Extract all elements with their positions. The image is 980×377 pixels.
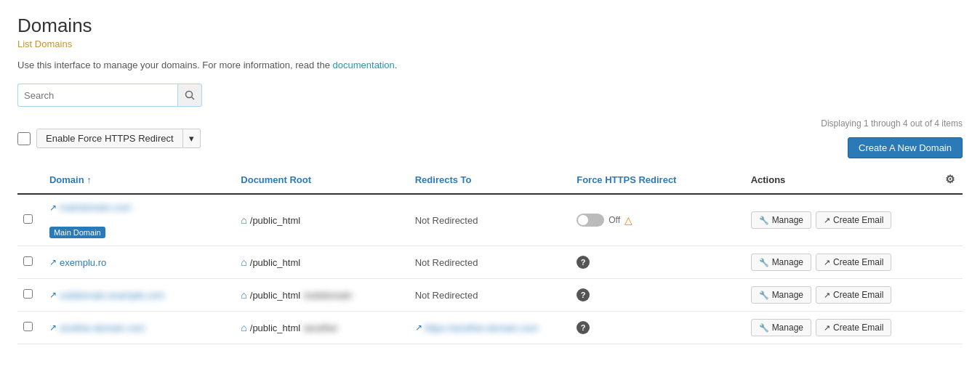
- header-gear[interactable]: ⚙: [936, 166, 963, 194]
- domain-link[interactable]: ↗exemplu.ro: [49, 257, 229, 268]
- gear-icon: ⚙: [945, 173, 955, 185]
- doc-root-text: /public_html: [250, 257, 300, 268]
- wrench-icon: 🔧: [759, 323, 769, 333]
- wrench-icon: 🔧: [759, 216, 769, 225]
- external-link-icon: ↗: [49, 290, 57, 300]
- main-domain-badge: Main Domain: [49, 227, 105, 238]
- create-email-icon: ↗: [824, 323, 830, 333]
- redirects-link[interactable]: ↗https://another.domain.com: [415, 323, 565, 333]
- redirects-value: Not Redirected: [415, 290, 478, 301]
- enable-https-btn-group: Enable Force HTTPS Redirect ▾: [36, 129, 201, 148]
- wrench-icon: 🔧: [759, 291, 769, 300]
- external-link-icon: ↗: [49, 323, 57, 333]
- row-gear: [936, 246, 963, 279]
- row-checkbox[interactable]: [23, 322, 33, 331]
- home-icon: ⌂: [241, 289, 246, 301]
- create-email-icon: ↗: [824, 216, 830, 225]
- external-link-icon: ↗: [415, 323, 422, 333]
- action-btns: 🔧Manage ↗Create Email: [751, 286, 931, 304]
- create-email-button[interactable]: ↗Create Email: [816, 319, 891, 336]
- redirects-value: Not Redirected: [415, 257, 478, 268]
- enable-https-button[interactable]: Enable Force HTTPS Redirect: [36, 129, 183, 148]
- domain-link[interactable]: ↗another.domain.com: [49, 323, 229, 333]
- doc-root: ⌂/public_html: [241, 256, 403, 268]
- domain-link[interactable]: ↗maindomain.com: [49, 202, 229, 213]
- row-checkbox[interactable]: [23, 214, 33, 224]
- header-redirects-to[interactable]: Redirects To: [409, 166, 571, 194]
- doc-root-text: /public_html: [250, 323, 300, 333]
- row-gear: [936, 279, 963, 312]
- header-document-root[interactable]: Document Root: [235, 166, 409, 194]
- row-checkbox[interactable]: [23, 289, 33, 299]
- search-bar: [17, 84, 963, 107]
- page-title: Domains: [17, 15, 963, 37]
- table-row: ↗maindomain.comMain Domain⌂/public_htmlN…: [17, 194, 963, 246]
- header-domain[interactable]: Domain ↑: [44, 166, 235, 194]
- domain-text: exemplu.ro: [60, 257, 106, 268]
- manage-button[interactable]: 🔧Manage: [751, 254, 811, 271]
- create-email-icon: ↗: [824, 258, 830, 267]
- domain-text: subdomain.example.com: [60, 290, 165, 301]
- search-input[interactable]: [17, 84, 177, 107]
- search-button[interactable]: [177, 84, 202, 107]
- create-email-button[interactable]: ↗Create Email: [816, 254, 891, 271]
- force-https-question: ?: [577, 288, 590, 301]
- table-row: ↗exemplu.ro⌂/public_htmlNot Redirected? …: [17, 246, 963, 279]
- chevron-down-icon: ▾: [189, 133, 194, 144]
- enable-https-dropdown[interactable]: ▾: [183, 129, 201, 148]
- domain-text: maindomain.com: [60, 202, 132, 213]
- table-row: ↗another.domain.com⌂/public_html/another…: [17, 312, 963, 344]
- doc-root: ⌂/public_html/another: [241, 322, 403, 333]
- sort-icon: ↑: [87, 174, 92, 185]
- toggle-off-label: Off: [609, 215, 620, 225]
- action-btns: 🔧Manage ↗Create Email: [751, 211, 931, 229]
- row-gear: [936, 194, 963, 246]
- create-email-button[interactable]: ↗Create Email: [816, 211, 891, 229]
- redirects-value: Not Redirected: [415, 215, 478, 226]
- doc-root: ⌂/public_html: [241, 214, 403, 226]
- warning-icon: △: [624, 214, 632, 226]
- breadcrumb[interactable]: List Domains: [17, 38, 963, 49]
- manage-button[interactable]: 🔧Manage: [751, 319, 811, 336]
- force-https-question: ?: [577, 256, 590, 269]
- svg-point-0: [186, 92, 193, 98]
- description-suffix: .: [395, 60, 398, 70]
- description-text: Use this interface to manage your domain…: [17, 60, 333, 70]
- manage-button[interactable]: 🔧Manage: [751, 286, 811, 304]
- manage-button[interactable]: 🔧Manage: [751, 211, 811, 229]
- home-icon: ⌂: [241, 214, 246, 226]
- description: Use this interface to manage your domain…: [17, 60, 963, 70]
- domain-text: another.domain.com: [60, 323, 145, 333]
- action-btns: 🔧Manage ↗Create Email: [751, 254, 931, 271]
- row-checkbox[interactable]: [23, 256, 33, 266]
- header-actions: Actions: [745, 166, 936, 194]
- force-https-toggle[interactable]: [577, 214, 604, 227]
- select-all-checkbox[interactable]: [17, 132, 31, 145]
- wrench-icon: 🔧: [759, 258, 769, 267]
- toggle-knob: [578, 215, 588, 225]
- header-checkbox: [17, 166, 44, 194]
- svg-line-1: [192, 97, 195, 100]
- doc-root-extra: /another: [303, 323, 338, 333]
- table-header-row: Domain ↑ Document Root Redirects To Forc…: [17, 166, 963, 194]
- action-btns: 🔧Manage ↗Create Email: [751, 319, 931, 336]
- create-new-domain-button[interactable]: Create A New Domain: [848, 137, 963, 158]
- toolbar: Enable Force HTTPS Redirect ▾ Displaying…: [17, 118, 963, 158]
- create-email-icon: ↗: [824, 291, 830, 300]
- doc-root-extra: /subdomain: [303, 290, 352, 301]
- domain-link[interactable]: ↗subdomain.example.com: [49, 290, 229, 301]
- header-force-https[interactable]: Force HTTPS Redirect: [571, 166, 744, 194]
- doc-root: ⌂/public_html/subdomain: [241, 289, 403, 301]
- domains-table: Domain ↑ Document Root Redirects To Forc…: [17, 166, 963, 344]
- redirects-text: https://another.domain.com: [425, 323, 539, 333]
- search-icon: [185, 90, 195, 100]
- external-link-icon: ↗: [49, 257, 57, 267]
- toolbar-left: Enable Force HTTPS Redirect ▾: [17, 129, 201, 148]
- table-row: ↗subdomain.example.com⌂/public_html/subd…: [17, 279, 963, 312]
- row-gear: [936, 312, 963, 344]
- home-icon: ⌂: [241, 256, 246, 268]
- home-icon: ⌂: [241, 322, 246, 333]
- create-email-button[interactable]: ↗Create Email: [816, 286, 891, 304]
- force-https-toggle-container: Off △: [577, 214, 739, 227]
- documentation-link[interactable]: documentation: [333, 60, 395, 70]
